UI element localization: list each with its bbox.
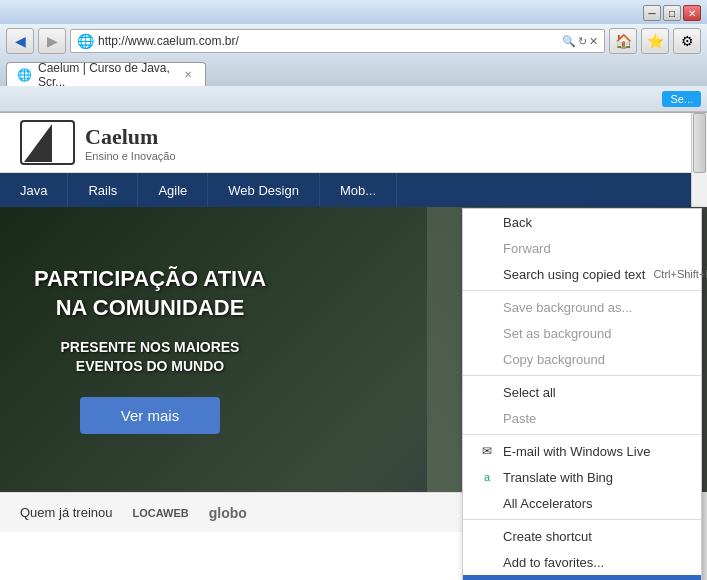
window-controls: ─ □ ✕ (643, 5, 701, 21)
logo-text: Caelum Ensino e Inovação (85, 124, 176, 162)
ctx-paste-label: Paste (503, 411, 536, 426)
search-icon[interactable]: 🔍 (562, 35, 576, 48)
ctx-translate-label: Translate with Bing (503, 470, 613, 485)
address-text: http://www.caelum.com.br/ (98, 34, 558, 48)
favorites-ctx-icon (479, 554, 495, 570)
ctx-back[interactable]: Back (463, 209, 701, 235)
browser-icon: 🌐 (77, 33, 94, 49)
tab-favicon: 🌐 (17, 68, 32, 82)
stop-icon[interactable]: ✕ (589, 35, 598, 48)
ctx-forward-label: Forward (503, 241, 551, 256)
ctx-separator-4 (463, 519, 701, 520)
locaweb-logo: LOCAWEB (133, 507, 189, 519)
ctx-copy-bg: Copy background (463, 346, 701, 372)
ctx-copy-bg-label: Copy background (503, 352, 605, 367)
ctx-select-all-label: Select all (503, 385, 556, 400)
context-menu: Back Forward Search using copied text Ct… (462, 208, 702, 580)
accelerators-icon (479, 495, 495, 511)
ctx-back-label: Back (503, 215, 532, 230)
email-icon: ✉ (479, 443, 495, 459)
ctx-add-favorites[interactable]: Add to favorites... (463, 549, 701, 575)
tab-close-button[interactable]: ✕ (181, 68, 195, 81)
toolbar-bar: Se... (0, 86, 707, 112)
ctx-set-bg: Set as background (463, 320, 701, 346)
site-header: ★ Caelum Ensino e Inovação (0, 113, 707, 173)
forward-button[interactable]: ▶ (38, 28, 66, 54)
ctx-save-bg-label: Save background as... (503, 300, 632, 315)
ctx-search-label: Search using copied text (503, 267, 645, 282)
logo-star: ★ (28, 126, 35, 135)
ctx-save-bg: Save background as... (463, 294, 701, 320)
footer-text: Quem já treinou (20, 505, 113, 520)
favorites-button[interactable]: ⭐ (641, 28, 669, 54)
ctx-separator-3 (463, 434, 701, 435)
ctx-email-label: E-mail with Windows Live (503, 444, 650, 459)
site-nav: Java Rails Agile Web Design Mob... (0, 173, 707, 207)
search-context-icon (479, 266, 495, 282)
logo-tagline: Ensino e Inovação (85, 150, 176, 162)
tools-button[interactable]: ⚙ (673, 28, 701, 54)
hero-button[interactable]: Ver mais (80, 397, 220, 434)
ctx-separator-2 (463, 375, 701, 376)
home-button[interactable]: 🏠 (609, 28, 637, 54)
ctx-search[interactable]: Search using copied text Ctrl+Shift+L (463, 261, 701, 287)
ctx-select-all[interactable]: Select all (463, 379, 701, 405)
nav-agile[interactable]: Agile (138, 173, 208, 207)
refresh-icon[interactable]: ↻ (578, 35, 587, 48)
copy-bg-icon (479, 351, 495, 367)
back-button[interactable]: ◀ (6, 28, 34, 54)
ctx-create-shortcut-label: Create shortcut (503, 529, 592, 544)
maximize-button[interactable]: □ (663, 5, 681, 21)
save-bg-icon (479, 299, 495, 315)
browser-chrome: ─ □ ✕ ◀ ▶ 🌐 http://www.caelum.com.br/ 🔍 … (0, 0, 707, 113)
ctx-accelerators-label: All Accelerators (503, 496, 593, 511)
ctx-accelerators[interactable]: All Accelerators (463, 490, 701, 516)
nav-mobile[interactable]: Mob... (320, 173, 397, 207)
ctx-create-shortcut[interactable]: Create shortcut (463, 523, 701, 549)
ctx-set-bg-label: Set as background (503, 326, 611, 341)
hero-content: PARTICIPAÇÃO ATIVA NA COMUNIDADE PRESENT… (0, 245, 300, 453)
select-all-icon (479, 384, 495, 400)
tab-label: Caelum | Curso de Java, Scr... (38, 61, 175, 89)
back-icon (479, 214, 495, 230)
ctx-separator-1 (463, 290, 701, 291)
active-tab[interactable]: 🌐 Caelum | Curso de Java, Scr... ✕ (6, 62, 206, 86)
logo-box: ★ (20, 120, 75, 165)
close-button[interactable]: ✕ (683, 5, 701, 21)
address-bar[interactable]: 🌐 http://www.caelum.com.br/ 🔍 ↻ ✕ (70, 29, 605, 53)
hero-title: PARTICIPAÇÃO ATIVA NA COMUNIDADE (30, 265, 270, 322)
ctx-search-shortcut: Ctrl+Shift+L (653, 268, 707, 280)
navigation-bar: ◀ ▶ 🌐 http://www.caelum.com.br/ 🔍 ↻ ✕ 🏠 … (0, 24, 707, 58)
minimize-button[interactable]: ─ (643, 5, 661, 21)
ctx-email[interactable]: ✉ E-mail with Windows Live (463, 438, 701, 464)
nav-rails[interactable]: Rails (68, 173, 138, 207)
forward-icon (479, 240, 495, 256)
website-content: ★ Caelum Ensino e Inovação Java Rails Ag… (0, 113, 707, 580)
ctx-translate[interactable]: a Translate with Bing (463, 464, 701, 490)
ctx-paste: Paste (463, 405, 701, 431)
title-bar: ─ □ ✕ (0, 0, 707, 24)
shortcut-icon (479, 528, 495, 544)
ctx-add-favorites-label: Add to favorites... (503, 555, 604, 570)
logo-name: Caelum (85, 124, 176, 150)
ctx-view-source[interactable]: View source (463, 575, 701, 580)
set-bg-icon (479, 325, 495, 341)
ctx-forward: Forward (463, 235, 701, 261)
nav-webdesign[interactable]: Web Design (208, 173, 320, 207)
globo-logo: globo (209, 505, 247, 521)
twitter-button[interactable]: Se... (662, 91, 701, 107)
tab-bar: 🌐 Caelum | Curso de Java, Scr... ✕ (0, 58, 707, 86)
paste-icon (479, 410, 495, 426)
hero-subtitle: PRESENTE NOS MAIORES EVENTOS DO MUNDO (30, 338, 270, 377)
translate-icon: a (479, 469, 495, 485)
address-bar-icons: 🔍 ↻ ✕ (562, 35, 598, 48)
scrollbar-thumb[interactable] (693, 113, 706, 173)
nav-java[interactable]: Java (0, 173, 68, 207)
